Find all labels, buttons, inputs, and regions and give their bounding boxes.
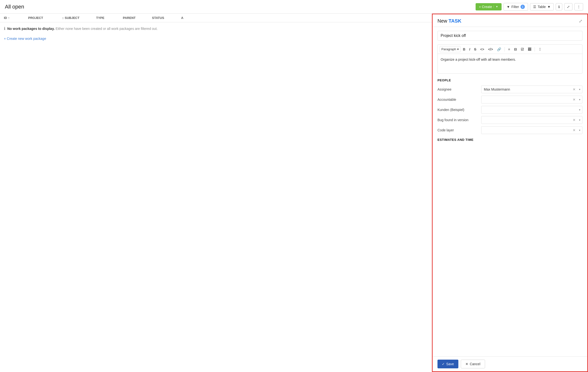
strikethrough-button[interactable]: S [473,46,478,52]
editor-content[interactable]: Organize a project kick-off with all tea… [438,54,582,73]
new-label: New [438,18,447,23]
no-packages-bold: No work packages to display. [7,27,55,31]
accountable-input[interactable] [481,96,582,103]
code-button[interactable]: <> [479,46,485,52]
rich-text-editor: Paragraph ▾ B I S <> </> 🔗 ≡ ⊟ ☑ 🖼 ⋮ [438,44,582,74]
no-packages-icon: ℹ [4,26,5,31]
accountable-control: ✕ ▾ [481,96,582,103]
col-header-a: A [181,16,186,20]
info-button[interactable]: ℹ [556,3,562,11]
task-title-input[interactable] [438,31,582,41]
task-panel-header: New TASK ⤢ [433,14,587,27]
format-select-arrow: ▾ [457,47,459,51]
more-icon: ⋮ [577,5,580,9]
table-view-button[interactable]: ☰ Table ▼ [530,3,554,11]
people-section-title: PEOPLE [438,78,582,82]
assignee-field-row: Assignee ✕ ▾ [438,85,582,93]
table-icon: ☰ [533,5,536,9]
bug-version-field-row: Bug found in version ✕ ▾ [438,116,582,124]
page-title: All open [5,4,473,10]
bold-button[interactable]: B [462,46,467,52]
kunden-field-row: Kunden (Beispiel) ▾ [438,106,582,114]
more-options-button[interactable]: ⋮ [574,3,583,11]
accountable-label: Accountable [438,98,481,102]
col-header-project[interactable]: PROJECT [28,16,52,20]
ordered-list-button[interactable]: ⊟ [513,46,518,52]
bug-version-label: Bug found in version [438,118,481,122]
bug-version-clear-button[interactable]: ✕ [573,118,576,122]
col-header-type[interactable]: TYPE [96,16,113,20]
expand-icon: ⤢ [567,5,570,9]
main-container: ID ↑ PROJECT ↕ SUBJECT TYPE PARENT STATU… [0,14,588,372]
expand-button[interactable]: ⤢ [564,3,572,11]
task-panel-body: Paragraph ▾ B I S <> </> 🔗 ≡ ⊟ ☑ 🖼 ⋮ [433,27,587,356]
task-expand-icon[interactable]: ⤢ [579,19,582,24]
code-layer-input[interactable] [481,126,582,134]
table-panel: ID ↑ PROJECT ↕ SUBJECT TYPE PARENT STATU… [0,14,433,372]
bug-version-control: ✕ ▾ [481,116,582,124]
code-layer-clear-button[interactable]: ✕ [573,128,576,132]
col-header-status[interactable]: STATUS [152,16,171,20]
assignee-control: ✕ ▾ [481,85,582,93]
task-footer: ✓ Save ✕ Cancel [433,356,587,371]
filter-button[interactable]: ▼ Filter 1 [504,3,528,11]
create-link-label: + Create new work package [4,37,46,41]
accountable-clear-button[interactable]: ✕ [573,98,576,102]
inline-code-button[interactable]: </> [486,46,494,52]
table-label: Table [538,5,546,9]
create-work-package-link[interactable]: + Create new work package [0,35,432,43]
task-list-button[interactable]: ☑ [519,46,525,52]
no-packages-sub: Either none have been created or all wor… [56,27,158,31]
table-dropdown-arrow: ▼ [547,5,551,9]
format-select[interactable]: Paragraph ▾ [440,46,461,52]
format-select-label: Paragraph [441,47,456,51]
cancel-x-icon: ✕ [465,362,468,366]
more-toolbar-button[interactable]: ⋮ [537,46,543,52]
estimates-section: ESTIMATES AND TIME [438,138,582,142]
link-button[interactable]: 🔗 [495,46,503,52]
assignee-label: Assignee [438,87,481,91]
code-layer-control: ✕ ▾ [481,126,582,134]
image-button[interactable]: 🖼 [526,46,533,52]
table-header: ID ↑ PROJECT ↕ SUBJECT TYPE PARENT STATU… [0,14,432,22]
task-panel-title: New TASK [438,18,462,24]
code-layer-field-row: Code layer ✕ ▾ [438,126,582,134]
filter-icon: ▼ [507,5,510,9]
italic-button[interactable]: I [468,46,472,52]
subject-sort-icon: ↕ [62,16,64,20]
assignee-input[interactable] [481,85,582,93]
bullet-list-button[interactable]: ≡ [507,46,512,52]
col-header-subject[interactable]: ↕ SUBJECT [62,16,86,20]
kunden-control: ▾ [481,106,582,114]
editor-toolbar: Paragraph ▾ B I S <> </> 🔗 ≡ ⊟ ☑ 🖼 ⋮ [438,45,582,54]
app-header: All open + Create ▼ ▼ Filter 1 ☰ Table ▼… [0,0,588,14]
cancel-label: Cancel [470,362,481,366]
accountable-field-row: Accountable ✕ ▾ [438,96,582,103]
create-dropdown-arrow: ▼ [494,5,498,8]
people-section: PEOPLE Assignee ✕ ▾ Accountable [438,78,582,134]
task-panel: New TASK ⤢ Paragraph ▾ B I S <> < [433,14,588,372]
toolbar-separator-2 [535,47,535,52]
info-icon: ℹ [558,5,560,9]
bug-version-input[interactable] [481,116,582,124]
save-checkmark-icon: ✓ [442,362,445,366]
save-button[interactable]: ✓ Save [438,360,458,368]
create-button-label: + Create [479,5,492,9]
filter-label: Filter [512,5,519,9]
estimates-section-title: ESTIMATES AND TIME [438,138,582,142]
kunden-input[interactable] [481,106,582,114]
col-header-parent[interactable]: PARENT [123,16,142,20]
sort-icon: ↑ [8,16,10,20]
task-label: TASK [449,18,462,23]
toolbar-separator-1 [504,47,505,52]
filter-count-badge: 1 [521,5,525,9]
col-header-id[interactable]: ID ↑ [4,16,19,20]
kunden-label: Kunden (Beispiel) [438,108,481,112]
create-button[interactable]: + Create ▼ [476,3,502,11]
assignee-clear-button[interactable]: ✕ [573,87,576,91]
cancel-button[interactable]: ✕ Cancel [461,360,485,368]
no-packages-message: ℹ No work packages to display. Either no… [0,22,432,35]
save-label: Save [446,362,454,366]
code-layer-label: Code layer [438,128,481,132]
header-actions: + Create ▼ ▼ Filter 1 ☰ Table ▼ ℹ ⤢ ⋮ [476,3,583,11]
